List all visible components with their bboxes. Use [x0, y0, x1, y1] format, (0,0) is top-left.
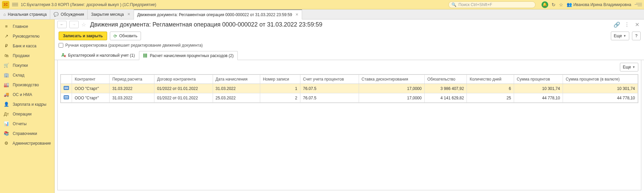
sidebar-item[interactable]: 👤Зарплата и кадры — [0, 99, 54, 109]
table-more-button[interactable]: Еще ▼ — [620, 63, 638, 71]
cell: ООО "Старт" — [72, 93, 110, 103]
sidebar-item-label: ОС и НМА — [13, 92, 32, 97]
cell: 2 — [260, 93, 300, 103]
sidebar-item-icon: 📊 — [3, 121, 9, 126]
logo-1c-icon: 1C — [2, 1, 9, 8]
cell: 17,0000 — [359, 84, 424, 93]
column-header[interactable]: Количество дней — [467, 75, 514, 84]
close-tab-icon[interactable]: ✕ — [127, 12, 130, 16]
cell: 01/2022 от 01.01.2022 — [154, 93, 213, 103]
sidebar-item[interactable]: 🏢Склад — [0, 70, 54, 80]
column-header[interactable]: Контрагент — [72, 75, 110, 84]
favorite-toggle-icon[interactable]: ☆ — [81, 21, 86, 28]
nav-back-button[interactable]: ← — [57, 21, 67, 28]
column-header[interactable]: Ставка дисконтирования — [359, 75, 424, 84]
column-header[interactable]: Период расчета — [110, 75, 154, 84]
sidebar-item-icon: 🏢 — [3, 73, 9, 78]
tab-item[interactable]: Закрытие месяца✕ — [88, 9, 134, 19]
sidebar-item[interactable]: 🏭Производство — [0, 80, 54, 90]
sidebar-item[interactable]: ↗Руководителю — [0, 31, 54, 41]
sidebar-item-icon: ₽ — [3, 43, 9, 48]
more-actions-button[interactable]: Еще ▼ — [611, 32, 629, 40]
sidebar-item-label: Отчеты — [13, 122, 26, 126]
sidebar-item-icon: 👤 — [3, 102, 9, 107]
save-and-close-button[interactable]: Записать и закрыть — [59, 32, 107, 40]
nav-forward-button[interactable]: → — [69, 21, 79, 28]
sidebar-item-icon: 🏭 — [3, 82, 9, 87]
column-header[interactable]: Номер записи — [260, 75, 300, 84]
sidebar-item-icon: ≡ — [3, 24, 9, 29]
sidebar-item-label: Производство — [13, 83, 39, 87]
document-toolbar: Записать и закрыть ⟳ Обновить Еще ▼ ? — [55, 28, 644, 42]
more-label: Еще — [614, 34, 622, 38]
tab-item[interactable]: 💬Обсуждения — [50, 9, 88, 19]
sidebar-item[interactable]: 🚚ОС и НМА — [0, 90, 54, 99]
titlebar: 1C 1С:Бухгалтерия 3.0 КОРП (Лизинг: доср… — [0, 0, 644, 9]
main-tabs: ⌂ Начальная страница 💬ОбсужденияЗакрытие… — [0, 9, 644, 19]
sidebar-item[interactable]: 🛍Продажи — [0, 51, 54, 60]
chevron-down-icon: ▼ — [623, 34, 626, 38]
inner-tab[interactable]: ДКБухгалтерский и налоговый учет (1) — [57, 50, 139, 60]
user-icon: 👥 — [567, 2, 572, 7]
tab-label: Движения документа: Регламентная операци… — [137, 12, 292, 17]
tab-item[interactable]: Движения документа: Регламентная операци… — [134, 9, 302, 19]
cell: 10 301,74 — [514, 84, 563, 93]
settings-menu-icon[interactable] — [635, 3, 642, 6]
row-icon — [64, 86, 69, 90]
main-menu-button[interactable] — [12, 2, 18, 8]
close-document-icon[interactable]: ✕ — [633, 21, 641, 28]
favorite-icon[interactable]: ☆ — [559, 2, 563, 7]
cell: 17,0000 — [359, 93, 424, 103]
cell: 44 778,10 — [563, 93, 638, 103]
sidebar-item-label: Руководителю — [13, 34, 40, 39]
inner-tab-label: Расчет начисления процентных расходов (2… — [150, 53, 233, 58]
refresh-label: Обновить — [119, 34, 137, 38]
column-header[interactable]: Обязательство — [424, 75, 467, 84]
global-search-input[interactable]: 🔍 Поиск Ctrl+Shift+F — [448, 1, 535, 8]
table-row[interactable]: ООО "Старт"31.03.202201/2022 от 01.01.20… — [61, 84, 638, 93]
icon-column-header — [61, 75, 72, 84]
cell: 44 778,10 — [514, 93, 563, 103]
content-area: ← → ☆ Движения документа: Регламентная о… — [55, 19, 644, 193]
column-header[interactable]: Договор контрагента — [154, 75, 213, 84]
sidebar-item-icon: Дт — [3, 111, 9, 116]
cell: 76.07.5 — [300, 93, 359, 103]
manual-edit-checkbox[interactable] — [59, 43, 63, 48]
history-icon[interactable]: ↻ — [552, 2, 556, 7]
sidebar-item[interactable]: 📊Отчеты — [0, 119, 54, 129]
sidebar-item[interactable]: 📚Справочники — [0, 129, 54, 138]
sidebar-item[interactable]: ₽Банк и касса — [0, 41, 54, 51]
document-title: Движения документа: Регламентная операци… — [90, 21, 323, 28]
sidebar-item-label: Продажи — [13, 53, 29, 58]
tab-label: Обсуждения — [61, 12, 84, 17]
sidebar-item-label: Покупки — [13, 63, 28, 68]
inner-tabs: ДКБухгалтерский и налоговый учет (1)Расч… — [55, 50, 644, 60]
user-menu[interactable]: 👥 Иванова Ирина Владимировна — [567, 2, 631, 7]
table-row[interactable]: ООО "Старт"31.03.202201/2022 от 01.01.20… — [61, 93, 638, 103]
column-header[interactable]: Сумма процентов — [514, 75, 563, 84]
sidebar-item-label: Банк и касса — [13, 44, 37, 48]
sidebar-item[interactable]: ДтОперации — [0, 109, 54, 119]
cell: 6 — [467, 84, 514, 93]
link-icon[interactable]: 🔗 — [613, 21, 621, 28]
help-button[interactable]: ? — [632, 32, 641, 40]
manual-edit-row: Ручная корректировка (разрешает редактир… — [55, 42, 644, 50]
sidebar-item-label: Справочники — [13, 131, 37, 136]
notifications-icon[interactable]: 🔔 — [542, 1, 548, 8]
column-header[interactable]: Дата начисления — [213, 75, 260, 84]
sidebar-item-label: Склад — [13, 73, 24, 78]
refresh-button[interactable]: ⟳ Обновить — [110, 32, 141, 40]
kebab-menu-icon[interactable]: ⋮ — [623, 21, 631, 28]
cell: 25 — [467, 93, 514, 103]
column-header[interactable]: Счет учета процентов — [300, 75, 359, 84]
inner-tab[interactable]: Расчет начисления процентных расходов (2… — [139, 51, 238, 60]
search-placeholder: Поиск Ctrl+Shift+F — [458, 2, 492, 7]
chevron-down-icon: ▼ — [632, 65, 635, 69]
close-tab-icon[interactable]: ✕ — [295, 12, 298, 17]
column-header[interactable]: Сумма процентов (в валюте) — [563, 75, 638, 84]
tab-start-page[interactable]: ⌂ Начальная страница — [0, 9, 50, 19]
sidebar-item[interactable]: ⚙Администрирование — [0, 138, 54, 148]
cell: 4 141 629,82 — [424, 93, 467, 103]
sidebar-item[interactable]: 🛒Покупки — [0, 60, 54, 70]
sidebar-item[interactable]: ≡Главное — [0, 21, 54, 31]
